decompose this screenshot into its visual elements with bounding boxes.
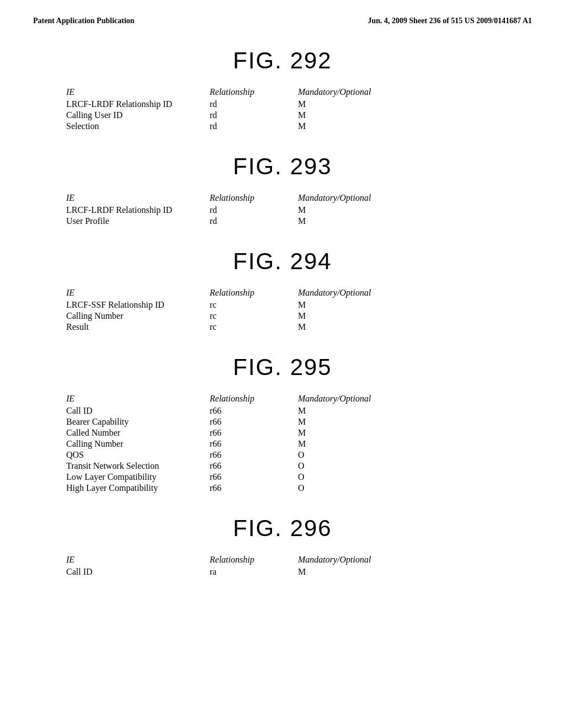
cell-ie: High Layer Compatibility (66, 483, 210, 493)
cell-ie: Calling Number (66, 311, 210, 321)
cell-relationship: r66 (210, 461, 298, 471)
cell-ie: Calling User ID (66, 110, 210, 120)
cell-ie: Called Number (66, 428, 210, 438)
col-ie-header: IE (66, 87, 210, 97)
col-ie-header: IE (66, 394, 210, 404)
cell-ie: Call ID (66, 406, 210, 416)
cell-relationship: r66 (210, 450, 298, 460)
col-ie-header: IE (66, 288, 210, 298)
cell-relationship: r66 (210, 406, 298, 416)
table-row: User ProfilerdM (66, 216, 532, 226)
table-fig294: IERelationshipMandatory/OptionalLRCF-SSF… (66, 288, 532, 332)
table-row: Calling NumberrcM (66, 311, 532, 321)
header-right: Jun. 4, 2009 Sheet 236 of 515 US 2009/01… (367, 17, 532, 25)
table-row: LRCF-SSF Relationship IDrcM (66, 300, 532, 310)
title-fig294: FIG. 294 (33, 248, 532, 275)
table-row: Call IDr66M (66, 406, 532, 416)
cell-ie: Selection (66, 121, 210, 131)
table-fig292: IERelationshipMandatory/OptionalLRCF-LRD… (66, 87, 532, 131)
cell-relationship: rc (210, 322, 298, 332)
cell-mandatory: O (298, 461, 408, 471)
cell-ie: User Profile (66, 216, 210, 226)
table-fig293: IERelationshipMandatory/OptionalLRCF-LRD… (66, 193, 532, 226)
table-row: Bearer Capabilityr66M (66, 417, 532, 427)
table-fig296: IERelationshipMandatory/OptionalCall IDr… (66, 555, 532, 577)
cell-ie: Transit Network Selection (66, 461, 210, 471)
col-mandatory-header: Mandatory/Optional (298, 288, 408, 298)
col-relationship-header: Relationship (210, 394, 298, 404)
title-fig293: FIG. 293 (33, 153, 532, 180)
col-relationship-header: Relationship (210, 87, 298, 97)
col-mandatory-header: Mandatory/Optional (298, 555, 408, 565)
table-row: ResultrcM (66, 322, 532, 332)
col-ie-header: IE (66, 193, 210, 203)
section-fig295: FIG. 295IERelationshipMandatory/Optional… (33, 354, 532, 493)
table-row: SelectionrdM (66, 121, 532, 131)
cell-relationship: rc (210, 300, 298, 310)
col-ie-header: IE (66, 555, 210, 565)
table-row: QOSr66O (66, 450, 532, 460)
cell-mandatory: M (298, 417, 408, 427)
header-row-fig293: IERelationshipMandatory/Optional (66, 193, 532, 203)
section-fig293: FIG. 293IERelationshipMandatory/Optional… (33, 153, 532, 226)
title-fig295: FIG. 295 (33, 354, 532, 381)
table-row: Calling Numberr66M (66, 439, 532, 449)
cell-ie: Bearer Capability (66, 417, 210, 427)
title-fig292: FIG. 292 (33, 47, 532, 74)
cell-mandatory: M (298, 406, 408, 416)
cell-relationship: rd (210, 121, 298, 131)
table-row: Call IDraM (66, 567, 532, 577)
cell-ie: Calling Number (66, 439, 210, 449)
cell-ie: LRCF-SSF Relationship ID (66, 300, 210, 310)
header-row-fig294: IERelationshipMandatory/Optional (66, 288, 532, 298)
table-fig295: IERelationshipMandatory/OptionalCall IDr… (66, 394, 532, 493)
cell-relationship: r66 (210, 483, 298, 493)
cell-ie: LRCF-LRDF Relationship ID (66, 99, 210, 109)
section-fig292: FIG. 292IERelationshipMandatory/Optional… (33, 47, 532, 131)
table-row: LRCF-LRDF Relationship IDrdM (66, 205, 532, 215)
table-row: High Layer Compatibilityr66O (66, 483, 532, 493)
cell-ie: Result (66, 322, 210, 332)
cell-relationship: rc (210, 311, 298, 321)
col-relationship-header: Relationship (210, 288, 298, 298)
header-row-fig296: IERelationshipMandatory/Optional (66, 555, 532, 565)
cell-mandatory: M (298, 300, 408, 310)
cell-mandatory: M (298, 439, 408, 449)
cell-relationship: ra (210, 567, 298, 577)
cell-relationship: r66 (210, 472, 298, 482)
cell-mandatory: M (298, 322, 408, 332)
cell-ie: LRCF-LRDF Relationship ID (66, 205, 210, 215)
col-mandatory-header: Mandatory/Optional (298, 87, 408, 97)
table-row: Transit Network Selectionr66O (66, 461, 532, 471)
cell-mandatory: M (298, 567, 408, 577)
col-mandatory-header: Mandatory/Optional (298, 193, 408, 203)
cell-relationship: r66 (210, 428, 298, 438)
cell-mandatory: O (298, 483, 408, 493)
table-row: Calling User IDrdM (66, 110, 532, 120)
header-row-fig292: IERelationshipMandatory/Optional (66, 87, 532, 97)
cell-mandatory: M (298, 216, 408, 226)
col-relationship-header: Relationship (210, 555, 298, 565)
cell-mandatory: O (298, 472, 408, 482)
col-relationship-header: Relationship (210, 193, 298, 203)
cell-relationship: rd (210, 99, 298, 109)
cell-mandatory: M (298, 99, 408, 109)
cell-relationship: r66 (210, 417, 298, 427)
cell-mandatory: M (298, 121, 408, 131)
table-row: Low Layer Compatibilityr66O (66, 472, 532, 482)
table-row: Called Numberr66M (66, 428, 532, 438)
cell-mandatory: O (298, 450, 408, 460)
cell-mandatory: M (298, 428, 408, 438)
title-fig296: FIG. 296 (33, 515, 532, 542)
cell-ie: QOS (66, 450, 210, 460)
cell-relationship: r66 (210, 439, 298, 449)
cell-ie: Low Layer Compatibility (66, 472, 210, 482)
section-fig294: FIG. 294IERelationshipMandatory/Optional… (33, 248, 532, 332)
col-mandatory-header: Mandatory/Optional (298, 394, 408, 404)
figures-container: FIG. 292IERelationshipMandatory/Optional… (33, 47, 532, 577)
cell-relationship: rd (210, 110, 298, 120)
page-header: Patent Application Publication Jun. 4, 2… (33, 17, 532, 25)
cell-relationship: rd (210, 216, 298, 226)
table-row: LRCF-LRDF Relationship IDrdM (66, 99, 532, 109)
cell-mandatory: M (298, 205, 408, 215)
